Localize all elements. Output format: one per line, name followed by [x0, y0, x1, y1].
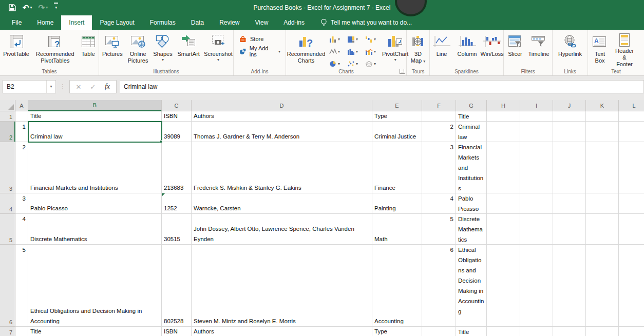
table-button[interactable]: Table	[79, 31, 98, 68]
cell-C1[interactable]: ISBN	[162, 111, 192, 122]
cell-C6[interactable]: 802528	[162, 245, 192, 327]
tab-data[interactable]: Data	[183, 15, 212, 30]
fill-handle[interactable]	[160, 140, 163, 143]
tab-add-ins[interactable]: Add-ins	[276, 15, 312, 30]
customize-quick-access-toolbar-button[interactable]: ▾	[54, 3, 58, 13]
cell-B2[interactable]: Criminal law	[28, 122, 162, 142]
formula-input[interactable]: Criminal law	[120, 80, 644, 93]
cell-H2[interactable]	[487, 122, 520, 142]
cell-H7[interactable]	[487, 327, 520, 336]
recommended-charts-button[interactable]: ? Recommended Charts	[287, 31, 326, 68]
header-footer-button[interactable]: Header & Footer	[611, 31, 638, 68]
shapes-button[interactable]: Shapes ▾	[150, 31, 175, 68]
cell-E2[interactable]: Criminal Justice	[372, 122, 422, 142]
cell-B7[interactable]: Title	[28, 327, 162, 336]
cancel-button[interactable]: ✕	[72, 83, 85, 91]
cell-A4[interactable]: 3	[15, 193, 28, 214]
cell-G4[interactable]: Pablo Picasso	[456, 193, 487, 214]
tab-view[interactable]: View	[248, 15, 276, 30]
cell-F6[interactable]: 6	[422, 245, 456, 327]
pivottable-button[interactable]: PivotTable	[1, 31, 32, 68]
insert-hierarchy-chart-button[interactable]: ▾	[344, 33, 362, 45]
cell-G2[interactable]: Criminal law	[456, 122, 487, 142]
cell-I4[interactable]	[520, 193, 553, 214]
slicer-button[interactable]: Slicer	[504, 31, 526, 68]
cell-E7[interactable]: Type	[372, 327, 422, 336]
recommended-pivottables-button[interactable]: ? Recommended PivotTables	[32, 31, 78, 68]
cell-K2[interactable]	[586, 122, 619, 142]
cell-G7[interactable]: Title	[456, 327, 487, 336]
pictures-button[interactable]: Pictures	[100, 31, 125, 68]
cell-H5[interactable]	[487, 214, 520, 245]
text-box-button[interactable]: A Text Box	[589, 31, 611, 68]
cell-A7[interactable]	[15, 327, 28, 336]
cell-I6[interactable]	[520, 245, 553, 327]
column-header-L[interactable]: L	[619, 100, 644, 111]
smartart-button[interactable]: SmartArt	[175, 31, 202, 68]
insert-waterfall-chart-button[interactable]: ▾	[362, 33, 380, 45]
tab-insert[interactable]: Insert	[61, 15, 92, 30]
row-header-7[interactable]: 7	[0, 327, 15, 336]
3d-map-button[interactable]: 3D Map ▾	[407, 31, 429, 68]
tell-me-box[interactable]: Tell me what you want to do...	[320, 15, 412, 30]
row-header-2[interactable]: 2	[0, 122, 15, 142]
tab-home[interactable]: Home	[29, 15, 61, 30]
undo-dropdown-caret-icon[interactable]: ▾	[30, 6, 32, 10]
tab-file[interactable]: File	[4, 15, 29, 30]
cell-B5[interactable]: Discrete Mathematics	[28, 214, 162, 245]
sparkline-winloss-button[interactable]: Win/Loss	[481, 31, 503, 68]
row-header-1[interactable]: 1	[0, 111, 15, 122]
hamburger-menu-overlay[interactable]	[395, 0, 427, 16]
cell-L6[interactable]	[619, 245, 644, 327]
cell-D2[interactable]: Thomas J. Gardner & Terry M. Anderson	[192, 122, 372, 142]
cell-J6[interactable]	[553, 245, 586, 327]
column-header-G[interactable]: G	[456, 100, 487, 111]
cell-J1[interactable]	[553, 111, 586, 122]
insert-scatter-chart-button[interactable]: ▾	[344, 57, 362, 70]
cell-H4[interactable]	[487, 193, 520, 214]
row-header-3[interactable]: 3	[0, 142, 15, 193]
cell-J3[interactable]	[553, 142, 586, 193]
cell-I7[interactable]	[520, 327, 553, 336]
my-add-ins-button[interactable]: My Add-ins ▾	[235, 45, 284, 57]
column-header-H[interactable]: H	[487, 100, 520, 111]
cell-K1[interactable]	[586, 111, 619, 122]
cell-K3[interactable]	[586, 142, 619, 193]
timeline-button[interactable]: Timeline	[526, 31, 552, 68]
cell-L5[interactable]	[619, 214, 644, 245]
cell-G1[interactable]: Title	[456, 111, 487, 122]
enter-button[interactable]: ✓	[86, 83, 100, 91]
cell-F7[interactable]	[422, 327, 456, 336]
cell-H1[interactable]	[487, 111, 520, 122]
cell-F4[interactable]: 4	[422, 193, 456, 214]
cell-I1[interactable]	[520, 111, 553, 122]
cell-G3[interactable]: Financial Markets and Institutions	[456, 142, 487, 193]
cell-E3[interactable]: Finance	[372, 142, 422, 193]
column-header-A[interactable]: A	[15, 100, 28, 111]
row-header-4[interactable]: 4	[0, 193, 15, 214]
screenshot-button[interactable]: Screenshot ▾	[202, 31, 234, 68]
cell-L3[interactable]	[619, 142, 644, 193]
cell-C4[interactable]: 1252	[162, 193, 192, 214]
row-header-6[interactable]: 6	[0, 245, 15, 327]
insert-column-chart-button[interactable]: ▾	[326, 33, 344, 45]
cell-A1[interactable]	[15, 111, 28, 122]
cell-B1[interactable]: Title	[28, 111, 162, 122]
cell-F2[interactable]: 2	[422, 122, 456, 142]
cell-E4[interactable]: Painting	[372, 193, 422, 214]
cell-L2[interactable]	[619, 122, 644, 142]
insert-statistic-chart-button[interactable]: ▾	[344, 45, 362, 57]
cell-D3[interactable]: Frederick S. Mishkin & Stanley G. Eakins	[192, 142, 372, 193]
cell-A6[interactable]: 5	[15, 245, 28, 327]
cell-F1[interactable]	[422, 111, 456, 122]
cell-C5[interactable]: 30515	[162, 214, 192, 245]
insert-combo-chart-button[interactable]: ▾	[362, 45, 380, 57]
cell-J4[interactable]	[553, 193, 586, 214]
cell-H6[interactable]	[487, 245, 520, 327]
sparkline-line-button[interactable]: Line	[430, 31, 453, 68]
cell-K7[interactable]	[586, 327, 619, 336]
cell-L1[interactable]	[619, 111, 644, 122]
cell-C3[interactable]: 213683	[162, 142, 192, 193]
cell-K6[interactable]	[586, 245, 619, 327]
cell-J2[interactable]	[553, 122, 586, 142]
